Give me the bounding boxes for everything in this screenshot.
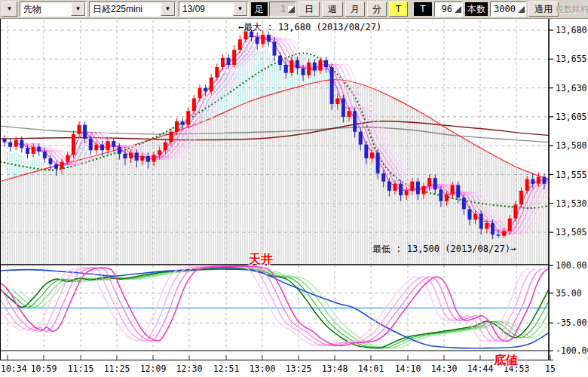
period-tick-button[interactable]: T (389, 2, 408, 17)
time-axis-label: 10:59 (31, 363, 57, 374)
time-axis-label: 12:30 (176, 363, 203, 374)
apply-button[interactable]: 適用 (528, 2, 559, 17)
bar-count-label: 本数 (465, 2, 488, 16)
min-price-annotation: 最低 : 13,500 (2013/08/27)→ (372, 243, 516, 256)
time-axis-label: 14:30 (431, 363, 458, 374)
window-dropdown-button[interactable]: ▼ (2, 2, 17, 17)
price-axis-label: 13,530 (556, 198, 587, 209)
ceiling-annotation: 天井 (249, 252, 273, 268)
period-week-button[interactable]: 週 (322, 2, 343, 17)
price-axis-label: 13,655 (556, 54, 587, 64)
time-axis-label: 14:44 (467, 363, 494, 374)
oscillator-axis-label: 100.00 (556, 260, 587, 271)
main-panel (0, 20, 567, 265)
bearish-cloud (0, 80, 549, 265)
oscillator-axis-label: 35.00 (556, 288, 582, 299)
time-axis-label: 13:48 (322, 363, 348, 374)
tick-count-value: 96 (435, 2, 454, 16)
tick-count-spinner[interactable]: 96 (434, 2, 463, 17)
spinner-handle-icon[interactable] (455, 6, 461, 13)
price-axis-label: 13,555 (556, 170, 587, 180)
chevron-down-icon[interactable]: ▼ (161, 2, 175, 16)
time-axis-label: 14:01 (358, 363, 384, 374)
price-axis-label: 13,680 (556, 25, 587, 35)
time-axis-label: 15 (545, 363, 556, 374)
time-axis-label: 11:25 (104, 363, 130, 374)
price-axis-label: 13,605 (556, 112, 587, 122)
time-axis-label: 12:51 (213, 363, 240, 374)
chevron-down-icon[interactable]: ▼ (233, 2, 247, 16)
bar-type-label: 足 (251, 2, 268, 16)
oscillator-axis-label: -100.00 (556, 345, 588, 356)
contract-month-value: 13/09 (179, 2, 232, 16)
bottom-annotation: 底値 (494, 353, 518, 369)
max-price-annotation: ←最大 : 13,680 (2013/08/27) (238, 21, 381, 34)
oscillator-panel (0, 265, 567, 351)
tick-mode-label: T (414, 2, 432, 16)
time-axis-label: 13:25 (286, 363, 312, 374)
bar-interval-value: 1 (270, 2, 287, 16)
instrument-type-value: 先物 (20, 2, 70, 16)
period-day-button[interactable]: 日 (299, 2, 320, 17)
bar-interval-spinner[interactable]: 1 (269, 2, 296, 17)
spinner-handle-icon[interactable] (518, 6, 525, 13)
symbol-combo[interactable]: 日経225mini ▼ (89, 2, 176, 17)
bar-count-spinner[interactable]: 3000 (490, 2, 526, 17)
bar-count-value: 3000 (491, 2, 517, 16)
price-axis-label: 13,505 (556, 227, 587, 238)
price-axis-label: 13,580 (556, 140, 587, 151)
period-minute-button[interactable]: 分 (367, 2, 387, 17)
chart-application-window: ▼ 先物 ▼ 日経225mini ▼ 13/09 ▼ 足 1 日 週 月 分 T… (0, 0, 588, 377)
symbol-value: 日経225mini (90, 2, 160, 16)
price-axis-label: 13,630 (556, 83, 587, 93)
time-axis-label: 11:15 (68, 363, 94, 374)
chart-svg: 13,68013,65513,63013,60513,58013,55513,5… (0, 19, 588, 377)
oscillator-axis-label: -35.00 (556, 317, 587, 328)
time-axis-label: 10:34 (1, 363, 27, 374)
time-axis-label: 13:00 (250, 363, 276, 374)
chevron-down-icon[interactable]: ▼ (71, 2, 85, 16)
multi-symbol-button: 複数銘柄 (556, 2, 588, 17)
time-axis-label: 14:10 (395, 363, 421, 374)
period-month-button[interactable]: 月 (345, 2, 365, 17)
contract-month-combo[interactable]: 13/09 ▼ (179, 2, 249, 17)
spinner-handle-icon[interactable] (288, 6, 295, 13)
time-axis-label: 12:09 (140, 363, 167, 374)
toolbar: ▼ 先物 ▼ 日経225mini ▼ 13/09 ▼ 足 1 日 週 月 分 T… (0, 0, 588, 19)
instrument-type-combo[interactable]: 先物 ▼ (20, 2, 87, 17)
chart-canvas[interactable]: 13,68013,65513,63013,60513,58013,55513,5… (0, 19, 588, 377)
